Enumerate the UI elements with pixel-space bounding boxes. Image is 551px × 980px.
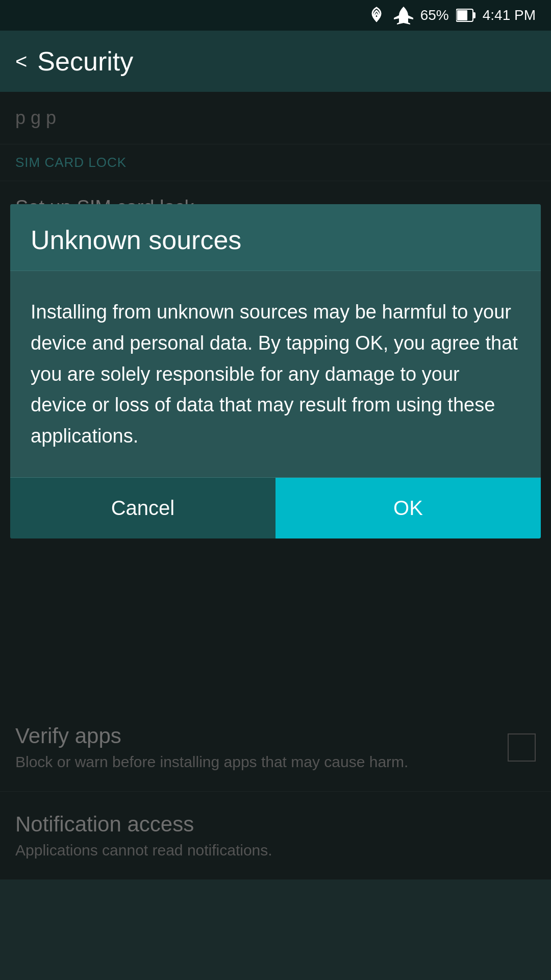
battery-icon	[456, 8, 475, 22]
wifi-icon	[366, 7, 387, 24]
svg-rect-2	[473, 12, 475, 18]
time: 4:41 PM	[483, 7, 536, 23]
dialog-body: Installing from unknown sources may be h…	[10, 271, 541, 477]
airplane-icon	[394, 6, 413, 25]
cancel-button[interactable]: Cancel	[10, 478, 276, 538]
dialog-header: Unknown sources	[10, 204, 541, 271]
dialog-title: Unknown sources	[31, 225, 241, 255]
status-icons: 65% 4:41 PM	[366, 6, 536, 25]
dialog-buttons: Cancel OK	[10, 477, 541, 538]
app-header: < Security	[0, 31, 551, 92]
battery-percent: 65%	[420, 7, 449, 23]
settings-content: p g p SIM CARD LOCK Set up SIM card lock…	[0, 92, 551, 879]
unknown-sources-dialog: Unknown sources Installing from unknown …	[10, 204, 541, 538]
page-title: Security	[37, 46, 133, 77]
svg-rect-3	[457, 10, 467, 20]
status-bar: 65% 4:41 PM	[0, 0, 551, 31]
back-button[interactable]: <	[15, 50, 27, 73]
ok-button[interactable]: OK	[276, 478, 541, 538]
dialog-message: Installing from unknown sources may be h…	[31, 297, 520, 452]
